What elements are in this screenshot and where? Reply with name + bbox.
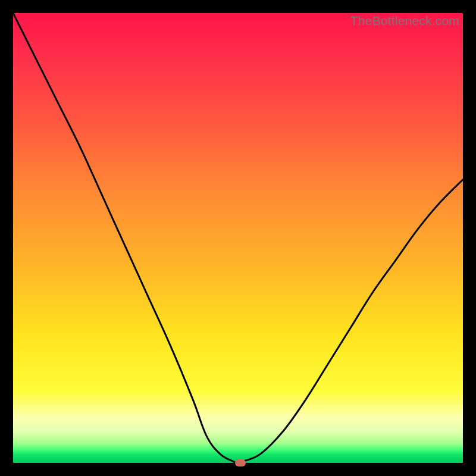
bottleneck-curve <box>13 13 463 463</box>
optimal-point-marker <box>235 459 246 466</box>
chart-frame: TheBottleneck.com <box>6 6 470 470</box>
chart-plot-area: TheBottleneck.com <box>13 13 463 463</box>
